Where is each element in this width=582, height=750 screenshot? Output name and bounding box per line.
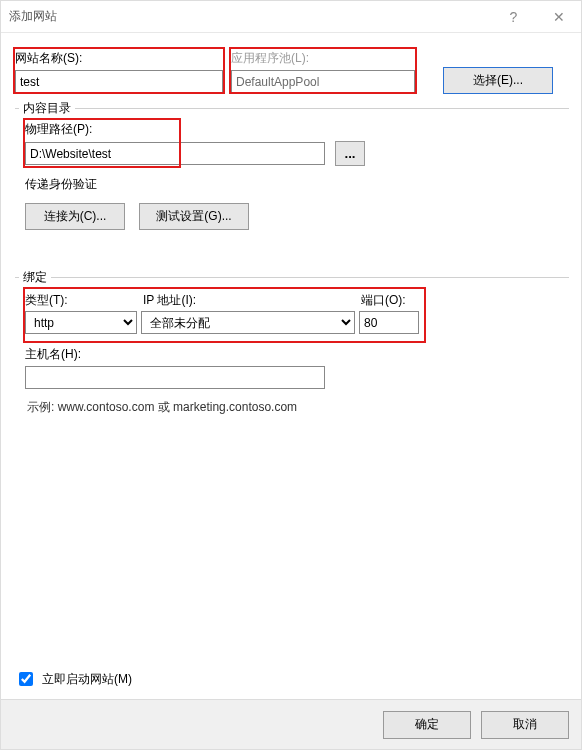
binding-ip-select[interactable]: 全部未分配 <box>141 311 355 334</box>
ok-button[interactable]: 确定 <box>383 711 471 739</box>
start-now-checkbox[interactable] <box>19 672 33 686</box>
binding-port-label: 端口(O): <box>361 292 421 309</box>
cancel-button[interactable]: 取消 <box>481 711 569 739</box>
content-directory-legend: 内容目录 <box>19 100 75 117</box>
app-pool-group: 应用程序池(L): <box>231 50 415 93</box>
binding-legend: 绑定 <box>19 269 51 286</box>
add-website-dialog: 添加网站 ? ✕ 网站名称(S): 应用程序池(L): 选择(E)... 内容目… <box>0 0 582 750</box>
test-settings-button[interactable]: 测试设置(G)... <box>139 203 249 230</box>
binding-port-input[interactable] <box>359 311 419 334</box>
connect-as-button[interactable]: 连接为(C)... <box>25 203 125 230</box>
close-button[interactable]: ✕ <box>536 2 581 32</box>
start-now-label: 立即启动网站(M) <box>42 671 132 688</box>
physical-path-input[interactable] <box>25 142 325 165</box>
passthrough-auth-label: 传递身份验证 <box>25 176 559 193</box>
site-name-label: 网站名称(S): <box>15 50 223 67</box>
binding-type-label: 类型(T): <box>25 292 143 309</box>
binding-ip-label: IP 地址(I): <box>143 292 361 309</box>
site-name-input[interactable] <box>15 70 223 93</box>
host-name-label: 主机名(H): <box>25 346 559 363</box>
start-now-row[interactable]: 立即启动网站(M) <box>15 669 132 689</box>
select-app-pool-button[interactable]: 选择(E)... <box>443 67 553 94</box>
physical-path-label: 物理路径(P): <box>25 121 559 138</box>
help-button[interactable]: ? <box>491 2 536 32</box>
content-directory-group: 内容目录 物理路径(P): ... 传递身份验证 连接为(C)... 测试设置(… <box>15 100 569 257</box>
app-pool-label: 应用程序池(L): <box>231 50 415 67</box>
binding-group: 绑定 类型(T): IP 地址(I): 端口(O): http 全部未分配 主机… <box>15 269 569 427</box>
host-name-input[interactable] <box>25 366 325 389</box>
window-title: 添加网站 <box>9 8 491 25</box>
site-name-group: 网站名称(S): <box>15 50 223 93</box>
titlebar: 添加网站 ? ✕ <box>1 1 581 33</box>
binding-type-select[interactable]: http <box>25 311 137 334</box>
dialog-footer: 确定 取消 <box>1 699 581 749</box>
browse-path-button[interactable]: ... <box>335 141 365 166</box>
host-name-example: 示例: www.contoso.com 或 marketing.contoso.… <box>27 399 559 416</box>
app-pool-input <box>231 70 415 93</box>
